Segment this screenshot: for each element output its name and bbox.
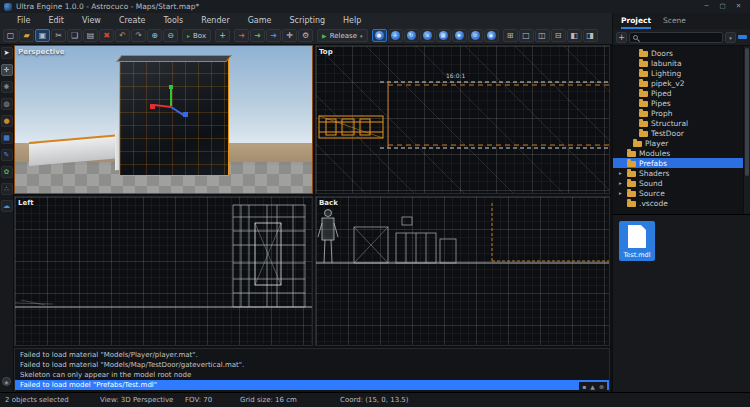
add-asset-button[interactable]: +	[616, 32, 627, 43]
transform-button[interactable]: ✛	[282, 29, 297, 42]
paste-button[interactable]: ▤	[83, 29, 98, 42]
gizmo-object-button[interactable]: ◉	[484, 29, 499, 42]
notification-icon[interactable]: ◉	[2, 377, 11, 386]
terrain-tool-button[interactable]: ◍	[1, 98, 13, 110]
tree-item[interactable]: ▸ Modules	[613, 148, 743, 158]
tree-item[interactable]: ▸ Prefabs	[613, 158, 743, 168]
axis-y-button[interactable]: ➜	[250, 29, 265, 42]
sphere-tool-button[interactable]: ●	[1, 115, 13, 127]
gizmo-select-button[interactable]: ●	[372, 29, 387, 42]
menu-item[interactable]: Help	[334, 16, 370, 25]
menu-item[interactable]: Edit	[39, 16, 73, 25]
gizmo-y-axis[interactable]	[170, 89, 172, 106]
expander-icon[interactable]: ▸	[619, 170, 624, 176]
tree-item[interactable]: ▸ Doors	[613, 48, 743, 58]
open-button[interactable]: ▰	[19, 29, 34, 42]
tree-item[interactable]: ▸ pipek_v2	[613, 78, 743, 88]
layout-single-button[interactable]: □	[519, 29, 534, 42]
console-message[interactable]: Skeleton can only appear in the model ro…	[15, 370, 609, 380]
tree-item[interactable]: ▸ Player	[613, 138, 743, 148]
hierarchy-tool-button[interactable]: ∴	[1, 183, 13, 195]
settings-button[interactable]: ⚙	[298, 29, 313, 42]
minimize-button[interactable]: ─	[699, 1, 714, 12]
run-config-dropdown[interactable]: ▶ Release ▾	[317, 29, 368, 42]
redo-button[interactable]: ↷	[131, 29, 146, 42]
zoom-in-button[interactable]: ⊕	[147, 29, 162, 42]
console-message[interactable]: Failed to load model "Prefabs/Test.mdl"	[15, 380, 609, 390]
zoom-out-button[interactable]: ⊖	[163, 29, 178, 42]
gizmo-move-button[interactable]: ✛	[388, 29, 403, 42]
tree-item[interactable]: ▸ .vscode	[613, 198, 743, 208]
messages-filter-button[interactable]: ▪	[582, 382, 586, 391]
tree-item[interactable]: ▸ Shaders	[613, 168, 743, 178]
viewport-top[interactable]: 16:0:1 Top	[315, 45, 610, 194]
maximize-button[interactable]: ▢	[715, 1, 730, 12]
viewport-left[interactable]: Left	[14, 196, 313, 346]
warnings-filter-button[interactable]: ▲	[590, 382, 595, 391]
toggle-side-panel-button[interactable]: ◨	[583, 29, 598, 42]
axis-z-button[interactable]: ➜	[266, 29, 281, 42]
tree-scrollbar-thumb[interactable]	[745, 48, 749, 176]
undo-button[interactable]: ↶	[115, 29, 130, 42]
console-message[interactable]: Failed to load material "Models/Map/Test…	[15, 360, 609, 370]
tree-item[interactable]: ▸ Lighting	[613, 68, 743, 78]
mesh-tool-button[interactable]: ▦	[1, 132, 13, 144]
expander-icon[interactable]: ▸	[619, 190, 624, 196]
gizmo-z-handle[interactable]	[183, 112, 188, 117]
move-tool-button[interactable]: ✛	[1, 64, 13, 76]
gizmo-scale-button[interactable]: ⇲	[420, 29, 435, 42]
console-message[interactable]: Failed to load material "Models/Player/p…	[15, 350, 609, 360]
menu-item[interactable]: Tools	[154, 16, 192, 25]
menu-item[interactable]: Scripting	[281, 16, 335, 25]
delete-button[interactable]: ✖	[99, 29, 114, 42]
menu-item[interactable]: Create	[110, 16, 155, 25]
panel-tab[interactable]: Scene	[663, 16, 686, 29]
save-button[interactable]: ▣	[35, 29, 50, 42]
viewport-perspective[interactable]: Perspective	[14, 45, 313, 194]
axis-x-button[interactable]: ➜	[234, 29, 249, 42]
new-file-button[interactable]: ▢	[3, 29, 18, 42]
gizmo-x-handle[interactable]	[150, 104, 155, 109]
cut-button[interactable]: ✂	[51, 29, 66, 42]
menu-item[interactable]: Render	[192, 16, 238, 25]
paint-tool-button[interactable]: ✎	[1, 149, 13, 161]
layout-split-vertical-button[interactable]: ◫	[535, 29, 550, 42]
sculpt-tool-button[interactable]: ❋	[1, 81, 13, 93]
vegetation-tool-button[interactable]: ✿	[1, 166, 13, 178]
tree-item[interactable]: ▸ Source	[613, 188, 743, 198]
gizmo-vertex-button[interactable]: ⊙	[468, 29, 483, 42]
gizmo-rotate-button[interactable]: ↻	[404, 29, 419, 42]
search-input[interactable]	[629, 32, 723, 43]
tree-item[interactable]: ▸ Proph	[613, 108, 743, 118]
tree-item[interactable]: ▸ TestDoor	[613, 128, 743, 138]
gizmo-y-handle[interactable]	[169, 85, 173, 89]
asset-tile-selected[interactable]: Test.mdl	[619, 221, 655, 261]
layout-split-horizontal-button[interactable]: ⊟	[551, 29, 566, 42]
selected-box-mesh[interactable]	[119, 59, 229, 176]
toggle-console-panel-button[interactable]: ◧	[567, 29, 582, 42]
errors-filter-button[interactable]: ⊗	[599, 382, 604, 391]
gizmo-edge-button[interactable]: ◈	[452, 29, 467, 42]
download-tool-button[interactable]: ☁	[1, 200, 13, 212]
copy-button[interactable]: ❏	[67, 29, 82, 42]
close-button[interactable]: ✕	[731, 1, 746, 12]
tree-item[interactable]: ▸ Piped	[613, 88, 743, 98]
gizmo-face-button[interactable]: ▦	[436, 29, 451, 42]
tree-item[interactable]: ▸ labunita	[613, 58, 743, 68]
tree-item[interactable]: ▸ Structural	[613, 118, 743, 128]
expander-icon[interactable]: ▸	[619, 180, 624, 186]
tree-scrollbar[interactable]	[743, 46, 750, 214]
filter-dropdown-button[interactable]: ▾	[725, 32, 736, 43]
menu-item[interactable]: View	[73, 16, 110, 25]
viewport-back[interactable]: Back	[315, 196, 610, 346]
select-tool-button[interactable]: ➤	[1, 47, 13, 59]
add-object-button[interactable]: +	[215, 29, 230, 42]
menu-item[interactable]: Game	[239, 16, 281, 25]
scrollbar-thumb-top[interactable]	[738, 35, 747, 39]
menu-item[interactable]: File	[8, 16, 39, 25]
tree-item[interactable]: ▸ Sound	[613, 178, 743, 188]
panel-tab[interactable]: Project	[621, 16, 651, 29]
tree-item[interactable]: ▸ Pipes	[613, 98, 743, 108]
layout-quad-button[interactable]: ⊞	[503, 29, 518, 42]
object-type-dropdown[interactable]: ▸ Box	[182, 29, 211, 42]
